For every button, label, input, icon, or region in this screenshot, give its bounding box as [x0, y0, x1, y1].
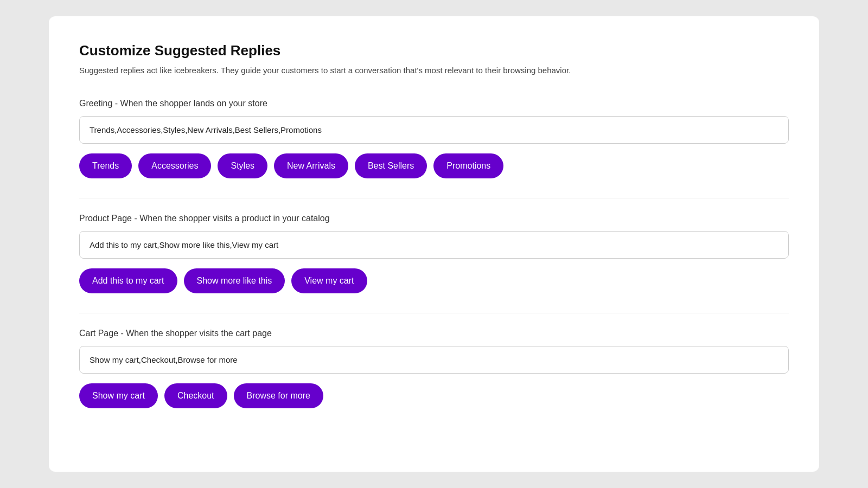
section-divider [79, 198, 789, 198]
page-title: Customize Suggested Replies [79, 42, 789, 59]
chip-greeting-3[interactable]: New Arrivals [274, 153, 348, 178]
chips-row-cart-page: Show my cartCheckoutBrowse for more [79, 383, 789, 408]
chip-greeting-1[interactable]: Accessories [138, 153, 211, 178]
page-subtitle: Suggested replies act like icebreakers. … [79, 65, 789, 77]
section-input-product-page[interactable] [79, 231, 789, 259]
section-label-cart-page: Cart Page - When the shopper visits the … [79, 329, 789, 338]
section-input-greeting[interactable] [79, 116, 789, 144]
section-product-page: Product Page - When the shopper visits a… [79, 214, 789, 293]
section-label-greeting: Greeting - When the shopper lands on you… [79, 99, 789, 108]
chips-row-greeting: TrendsAccessoriesStylesNew ArrivalsBest … [79, 153, 789, 178]
section-cart-page: Cart Page - When the shopper visits the … [79, 329, 789, 408]
chip-product-page-0[interactable]: Add this to my cart [79, 268, 177, 293]
section-greeting: Greeting - When the shopper lands on you… [79, 99, 789, 178]
chip-product-page-1[interactable]: Show more like this [184, 268, 285, 293]
chip-product-page-2[interactable]: View my cart [291, 268, 367, 293]
section-label-product-page: Product Page - When the shopper visits a… [79, 214, 789, 223]
chip-greeting-5[interactable]: Promotions [433, 153, 503, 178]
chip-greeting-4[interactable]: Best Sellers [355, 153, 427, 178]
chip-cart-page-1[interactable]: Checkout [164, 383, 227, 408]
section-divider [79, 313, 789, 313]
chip-cart-page-0[interactable]: Show my cart [79, 383, 158, 408]
chips-row-product-page: Add this to my cartShow more like thisVi… [79, 268, 789, 293]
chip-greeting-0[interactable]: Trends [79, 153, 132, 178]
section-input-cart-page[interactable] [79, 346, 789, 374]
chip-cart-page-2[interactable]: Browse for more [234, 383, 323, 408]
chip-greeting-2[interactable]: Styles [218, 153, 267, 178]
main-card: Customize Suggested Replies Suggested re… [49, 16, 819, 472]
